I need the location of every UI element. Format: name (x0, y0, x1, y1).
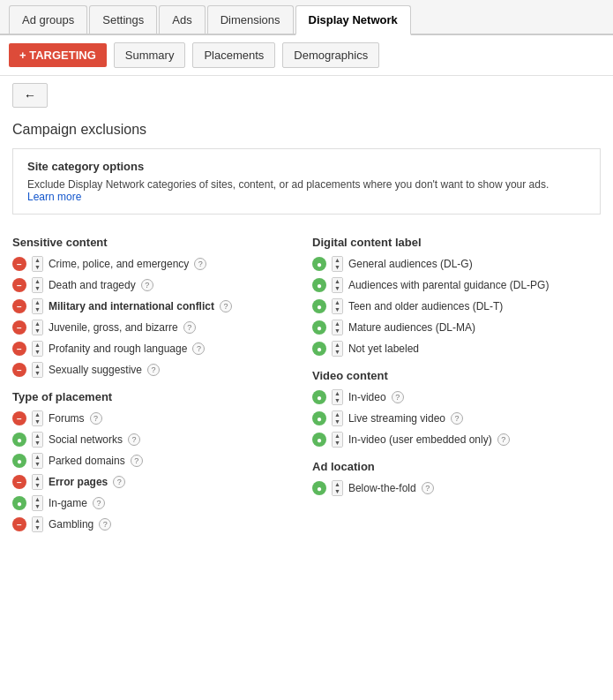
tab-ad-groups[interactable]: Ad groups (9, 5, 87, 34)
site-category-desc: Exclude Display Network categories of si… (27, 178, 586, 203)
spinner[interactable]: ▲▼ (32, 362, 43, 378)
status-icon-green: ● (312, 390, 326, 404)
tab-settings[interactable]: Settings (89, 5, 157, 34)
targeting-button[interactable]: + TARGETING (9, 43, 107, 67)
sensitive-content-title: Sensitive content (12, 236, 295, 249)
help-icon[interactable]: ? (99, 518, 111, 531)
help-icon[interactable]: ? (90, 412, 102, 425)
spinner[interactable]: ▲▼ (32, 516, 43, 532)
help-icon[interactable]: ? (113, 476, 125, 488)
help-icon[interactable]: ? (497, 433, 510, 446)
spinner[interactable]: ▲▼ (332, 432, 343, 448)
status-icon-red: − (12, 475, 26, 489)
status-icon-red: − (12, 342, 26, 356)
list-item: − ▲▼ Error pages ? (12, 474, 295, 490)
help-icon[interactable]: ? (128, 433, 140, 446)
spinner[interactable]: ▲▼ (332, 389, 343, 405)
status-icon-red: − (12, 299, 26, 313)
main-content: Campaign exclusions Site category option… (0, 115, 613, 555)
sub-tab-placements[interactable]: Placements (192, 42, 275, 68)
item-label: Forums (49, 412, 85, 425)
item-label: Teen and older audiences (DL-T) (348, 300, 503, 312)
spinner[interactable]: ▲▼ (32, 320, 43, 335)
spinner[interactable]: ▲▼ (32, 277, 43, 293)
status-icon-green: ● (312, 299, 326, 313)
status-icon-red: − (12, 363, 26, 377)
spinner[interactable]: ▲▼ (32, 341, 43, 357)
status-icon-red: − (12, 320, 26, 335)
status-icon-green: ● (312, 433, 326, 447)
item-label: Sexually suggestive (49, 364, 142, 376)
item-label: Mature audiences (DL-MA) (348, 321, 475, 334)
list-item: ● ▲▼ Not yet labeled (312, 341, 601, 357)
spinner[interactable]: ▲▼ (332, 480, 343, 496)
item-label: Parked domains (49, 455, 125, 467)
help-icon[interactable]: ? (194, 258, 206, 270)
help-icon[interactable]: ? (451, 412, 463, 425)
list-item: − ▲▼ Gambling ? (12, 516, 295, 532)
item-label: Social networks (49, 433, 123, 446)
columns: Sensitive content − ▲▼ Crime, police, an… (12, 230, 601, 538)
item-label: Audiences with parental guidance (DL-PG) (348, 279, 549, 291)
list-item: ● ▲▼ General audiences (DL-G) (312, 256, 601, 272)
item-label: Military and international conflict (49, 300, 214, 312)
spinner[interactable]: ▲▼ (32, 474, 43, 490)
help-icon[interactable]: ? (183, 321, 196, 334)
spinner[interactable]: ▲▼ (332, 320, 343, 335)
help-icon[interactable]: ? (422, 482, 434, 494)
spinner[interactable]: ▲▼ (32, 453, 43, 469)
help-icon[interactable]: ? (220, 300, 232, 312)
status-icon-green: ● (312, 278, 326, 292)
status-icon-green: ● (312, 411, 326, 425)
sub-tab-summary[interactable]: Summary (114, 42, 186, 68)
status-icon-green: ● (312, 257, 326, 271)
spinner[interactable]: ▲▼ (332, 341, 343, 357)
item-label: Crime, police, and emergency (49, 258, 189, 270)
list-item: ● ▲▼ In-video (user embedded only) ? (312, 432, 601, 448)
spinner[interactable]: ▲▼ (32, 410, 43, 426)
help-icon[interactable]: ? (141, 279, 153, 291)
tab-dimensions[interactable]: Dimensions (207, 5, 294, 34)
spinner[interactable]: ▲▼ (32, 495, 43, 511)
help-icon[interactable]: ? (93, 497, 105, 509)
list-item: − ▲▼ Juvenile, gross, and bizarre ? (12, 320, 295, 335)
item-label: Death and tragedy (49, 279, 136, 291)
item-label: Error pages (49, 476, 108, 488)
help-icon[interactable]: ? (192, 342, 205, 355)
tab-ads[interactable]: Ads (159, 5, 205, 34)
list-item: ● ▲▼ Social networks ? (12, 432, 295, 448)
help-icon[interactable]: ? (147, 364, 160, 376)
tab-display-network[interactable]: Display Network (295, 5, 411, 35)
spinner[interactable]: ▲▼ (32, 256, 43, 272)
spinner[interactable]: ▲▼ (332, 410, 343, 426)
sub-tab-demographics[interactable]: Demographics (282, 42, 379, 68)
page-title: Campaign exclusions (12, 122, 601, 138)
help-icon[interactable]: ? (392, 391, 404, 403)
site-category-title: Site category options (27, 160, 586, 173)
status-icon-red: − (12, 411, 26, 425)
status-icon-green: ● (12, 433, 26, 447)
list-item: − ▲▼ Sexually suggestive ? (12, 362, 295, 378)
digital-content-label-title: Digital content label (312, 236, 601, 249)
list-item: ● ▲▼ Mature audiences (DL-MA) (312, 320, 601, 335)
item-label: Not yet labeled (348, 342, 419, 355)
help-icon[interactable]: ? (131, 455, 143, 467)
spinner[interactable]: ▲▼ (32, 298, 43, 314)
site-category-box: Site category options Exclude Display Ne… (12, 148, 601, 215)
list-item: − ▲▼ Military and international conflict… (12, 298, 295, 314)
learn-more-link[interactable]: Learn more (27, 191, 81, 203)
item-label: Live streaming video (348, 412, 445, 425)
type-of-placement-title: Type of placement (12, 390, 295, 403)
top-tab-bar: Ad groups Settings Ads Dimensions Displa… (0, 0, 613, 35)
spinner[interactable]: ▲▼ (332, 256, 343, 272)
item-label: In-game (49, 497, 87, 509)
spinner[interactable]: ▲▼ (32, 432, 43, 448)
item-label: In-video (348, 391, 386, 403)
list-item: − ▲▼ Profanity and rough language ? (12, 341, 295, 357)
list-item: ● ▲▼ Audiences with parental guidance (D… (312, 277, 601, 293)
spinner[interactable]: ▲▼ (332, 277, 343, 293)
spinner[interactable]: ▲▼ (332, 298, 343, 314)
list-item: ● ▲▼ Live streaming video ? (312, 410, 601, 426)
back-button[interactable]: ← (12, 83, 48, 108)
left-column: Sensitive content − ▲▼ Crime, police, an… (12, 230, 312, 538)
